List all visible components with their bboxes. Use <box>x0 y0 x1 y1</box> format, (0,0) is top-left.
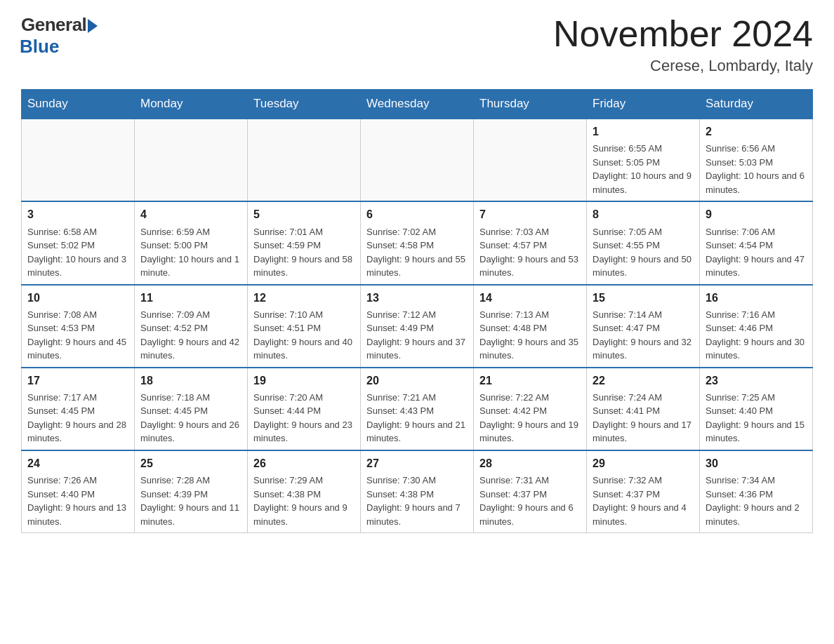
cell-info: Sunrise: 7:28 AM Sunset: 4:39 PM Dayligh… <box>140 474 241 528</box>
day-number: 12 <box>253 290 355 306</box>
calendar-cell: 3Sunrise: 6:58 AM Sunset: 5:02 PM Daylig… <box>22 201 135 284</box>
day-number: 1 <box>593 123 694 140</box>
cell-info: Sunrise: 7:06 AM Sunset: 4:54 PM Dayligh… <box>706 225 807 280</box>
day-number: 18 <box>140 373 241 389</box>
cell-info: Sunrise: 7:26 AM Sunset: 4:40 PM Dayligh… <box>27 474 128 528</box>
cell-info: Sunrise: 7:03 AM Sunset: 4:57 PM Dayligh… <box>479 225 581 280</box>
day-number: 17 <box>27 373 128 389</box>
calendar-cell <box>135 119 248 201</box>
week-row-1: 1Sunrise: 6:55 AM Sunset: 5:05 PM Daylig… <box>22 119 813 201</box>
cell-info: Sunrise: 7:13 AM Sunset: 4:48 PM Dayligh… <box>479 308 581 363</box>
calendar-cell: 21Sunrise: 7:22 AM Sunset: 4:42 PM Dayli… <box>474 368 587 450</box>
calendar-cell: 23Sunrise: 7:25 AM Sunset: 4:40 PM Dayli… <box>700 368 813 450</box>
calendar-cell: 24Sunrise: 7:26 AM Sunset: 4:40 PM Dayli… <box>22 450 135 533</box>
calendar-cell: 6Sunrise: 7:02 AM Sunset: 4:58 PM Daylig… <box>361 201 474 284</box>
calendar-cell: 7Sunrise: 7:03 AM Sunset: 4:57 PM Daylig… <box>474 201 587 284</box>
calendar-cell <box>248 119 361 201</box>
day-number: 27 <box>366 455 468 471</box>
page-header: General Blue November 2024 Cerese, Lomba… <box>21 14 813 75</box>
day-number: 5 <box>253 206 355 222</box>
day-header-friday: Friday <box>587 90 700 119</box>
logo-arrow-icon <box>88 19 98 33</box>
calendar-cell <box>22 119 135 201</box>
cell-info: Sunrise: 7:18 AM Sunset: 4:45 PM Dayligh… <box>140 391 241 445</box>
calendar-cell: 28Sunrise: 7:31 AM Sunset: 4:37 PM Dayli… <box>474 450 587 533</box>
day-number: 30 <box>706 455 807 471</box>
day-number: 15 <box>593 290 694 306</box>
day-number: 21 <box>479 373 581 389</box>
day-header-thursday: Thursday <box>474 90 587 119</box>
day-number: 9 <box>706 206 807 222</box>
day-number: 20 <box>366 373 468 389</box>
cell-info: Sunrise: 6:55 AM Sunset: 5:05 PM Dayligh… <box>593 142 694 196</box>
cell-info: Sunrise: 7:30 AM Sunset: 4:38 PM Dayligh… <box>366 474 468 528</box>
day-number: 3 <box>27 206 128 222</box>
day-number: 10 <box>27 290 128 306</box>
cell-info: Sunrise: 7:12 AM Sunset: 4:49 PM Dayligh… <box>366 308 468 363</box>
location-title: Cerese, Lombardy, Italy <box>553 57 813 75</box>
cell-info: Sunrise: 7:17 AM Sunset: 4:45 PM Dayligh… <box>27 391 128 445</box>
day-number: 11 <box>140 290 241 306</box>
day-header-saturday: Saturday <box>700 90 813 119</box>
cell-info: Sunrise: 7:21 AM Sunset: 4:43 PM Dayligh… <box>366 391 468 445</box>
cell-info: Sunrise: 7:34 AM Sunset: 4:36 PM Dayligh… <box>706 474 807 528</box>
calendar-cell <box>474 119 587 201</box>
cell-info: Sunrise: 7:24 AM Sunset: 4:41 PM Dayligh… <box>593 391 694 445</box>
day-number: 26 <box>253 455 355 471</box>
day-header-wednesday: Wednesday <box>361 90 474 119</box>
calendar-cell: 25Sunrise: 7:28 AM Sunset: 4:39 PM Dayli… <box>135 450 248 533</box>
week-row-5: 24Sunrise: 7:26 AM Sunset: 4:40 PM Dayli… <box>22 450 813 533</box>
day-number: 7 <box>479 206 581 222</box>
cell-info: Sunrise: 6:59 AM Sunset: 5:00 PM Dayligh… <box>140 225 241 280</box>
cell-info: Sunrise: 7:14 AM Sunset: 4:47 PM Dayligh… <box>593 308 694 363</box>
calendar-cell: 29Sunrise: 7:32 AM Sunset: 4:37 PM Dayli… <box>587 450 700 533</box>
day-header-monday: Monday <box>135 90 248 119</box>
day-number: 8 <box>593 206 694 222</box>
day-number: 24 <box>27 455 128 471</box>
cell-info: Sunrise: 7:05 AM Sunset: 4:55 PM Dayligh… <box>593 225 694 280</box>
calendar-cell <box>361 119 474 201</box>
logo-general-text: General <box>21 14 86 36</box>
calendar-cell: 5Sunrise: 7:01 AM Sunset: 4:59 PM Daylig… <box>248 201 361 284</box>
week-row-3: 10Sunrise: 7:08 AM Sunset: 4:53 PM Dayli… <box>22 285 813 368</box>
cell-info: Sunrise: 7:08 AM Sunset: 4:53 PM Dayligh… <box>27 308 128 363</box>
calendar-table: SundayMondayTuesdayWednesdayThursdayFrid… <box>21 89 813 533</box>
calendar-cell: 17Sunrise: 7:17 AM Sunset: 4:45 PM Dayli… <box>22 368 135 450</box>
calendar-cell: 18Sunrise: 7:18 AM Sunset: 4:45 PM Dayli… <box>135 368 248 450</box>
day-number: 4 <box>140 206 241 222</box>
calendar-cell: 1Sunrise: 6:55 AM Sunset: 5:05 PM Daylig… <box>587 119 700 201</box>
day-number: 14 <box>479 290 581 306</box>
cell-info: Sunrise: 7:01 AM Sunset: 4:59 PM Dayligh… <box>253 225 355 280</box>
cell-info: Sunrise: 7:16 AM Sunset: 4:46 PM Dayligh… <box>706 308 807 363</box>
month-title: November 2024 <box>553 14 813 54</box>
calendar-cell: 10Sunrise: 7:08 AM Sunset: 4:53 PM Dayli… <box>22 285 135 368</box>
day-number: 22 <box>593 373 694 389</box>
calendar-cell: 14Sunrise: 7:13 AM Sunset: 4:48 PM Dayli… <box>474 285 587 368</box>
title-section: November 2024 Cerese, Lombardy, Italy <box>553 14 813 75</box>
header-row: SundayMondayTuesdayWednesdayThursdayFrid… <box>22 90 813 119</box>
cell-info: Sunrise: 7:29 AM Sunset: 4:38 PM Dayligh… <box>253 474 355 528</box>
day-number: 28 <box>479 455 581 471</box>
calendar-cell: 30Sunrise: 7:34 AM Sunset: 4:36 PM Dayli… <box>700 450 813 533</box>
calendar-cell: 19Sunrise: 7:20 AM Sunset: 4:44 PM Dayli… <box>248 368 361 450</box>
cell-info: Sunrise: 7:02 AM Sunset: 4:58 PM Dayligh… <box>366 225 468 280</box>
day-number: 25 <box>140 455 241 471</box>
day-number: 16 <box>706 290 807 306</box>
cell-info: Sunrise: 7:09 AM Sunset: 4:52 PM Dayligh… <box>140 308 241 363</box>
calendar-cell: 20Sunrise: 7:21 AM Sunset: 4:43 PM Dayli… <box>361 368 474 450</box>
logo: General Blue <box>21 14 98 58</box>
day-header-sunday: Sunday <box>22 90 135 119</box>
logo-blue-text: Blue <box>20 36 59 58</box>
cell-info: Sunrise: 7:20 AM Sunset: 4:44 PM Dayligh… <box>253 391 355 445</box>
cell-info: Sunrise: 7:32 AM Sunset: 4:37 PM Dayligh… <box>593 474 694 528</box>
cell-info: Sunrise: 6:58 AM Sunset: 5:02 PM Dayligh… <box>27 225 128 280</box>
calendar-cell: 22Sunrise: 7:24 AM Sunset: 4:41 PM Dayli… <box>587 368 700 450</box>
day-number: 29 <box>593 455 694 471</box>
calendar-cell: 4Sunrise: 6:59 AM Sunset: 5:00 PM Daylig… <box>135 201 248 284</box>
day-number: 2 <box>706 123 807 140</box>
cell-info: Sunrise: 7:25 AM Sunset: 4:40 PM Dayligh… <box>706 391 807 445</box>
calendar-cell: 8Sunrise: 7:05 AM Sunset: 4:55 PM Daylig… <box>587 201 700 284</box>
day-number: 19 <box>253 373 355 389</box>
day-number: 13 <box>366 290 468 306</box>
calendar-cell: 9Sunrise: 7:06 AM Sunset: 4:54 PM Daylig… <box>700 201 813 284</box>
